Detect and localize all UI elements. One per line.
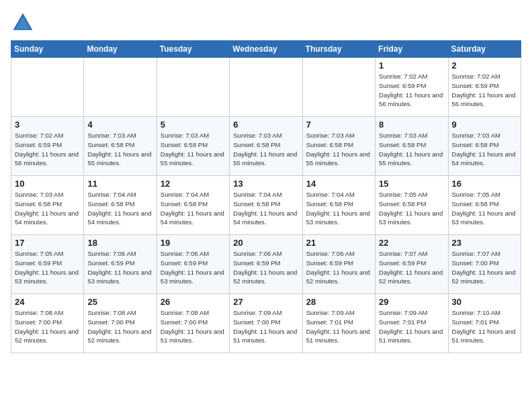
calendar-header: SundayMondayTuesdayWednesdayThursdayFrid… [11, 41, 521, 58]
day-info: Sunrise: 7:04 AMSunset: 6:58 PMDaylight:… [161, 190, 226, 227]
day-info: Sunrise: 7:08 AMSunset: 7:00 PMDaylight:… [87, 308, 152, 345]
calendar-cell: 22Sunrise: 7:07 AMSunset: 6:59 PMDayligh… [375, 235, 448, 294]
calendar-cell: 19Sunrise: 7:06 AMSunset: 6:59 PMDayligh… [157, 235, 229, 294]
day-info: Sunrise: 7:03 AMSunset: 6:58 PMDaylight:… [87, 131, 152, 168]
calendar-cell: 3Sunrise: 7:02 AMSunset: 6:59 PMDaylight… [11, 117, 84, 176]
calendar-cell: 1Sunrise: 7:02 AMSunset: 6:59 PMDaylight… [375, 58, 448, 117]
day-number: 13 [233, 179, 298, 189]
day-info: Sunrise: 7:03 AMSunset: 6:58 PMDaylight:… [379, 131, 444, 168]
day-number: 3 [15, 120, 80, 130]
calendar-cell: 6Sunrise: 7:03 AMSunset: 6:58 PMDaylight… [230, 117, 302, 176]
col-header-monday: Monday [84, 41, 157, 58]
calendar-cell: 12Sunrise: 7:04 AMSunset: 6:58 PMDayligh… [157, 176, 229, 235]
calendar-cell: 23Sunrise: 7:07 AMSunset: 7:00 PMDayligh… [448, 235, 521, 294]
day-number: 11 [87, 179, 152, 189]
day-number: 1 [379, 60, 444, 71]
day-number: 22 [379, 238, 444, 248]
day-number: 19 [161, 238, 226, 248]
calendar-cell: 20Sunrise: 7:06 AMSunset: 6:59 PMDayligh… [230, 235, 302, 294]
calendar-cell: 5Sunrise: 7:03 AMSunset: 6:58 PMDaylight… [157, 117, 229, 176]
day-number: 7 [306, 120, 371, 130]
calendar-cell [157, 58, 229, 117]
calendar-cell: 4Sunrise: 7:03 AMSunset: 6:58 PMDaylight… [84, 117, 157, 176]
day-number: 5 [161, 120, 226, 130]
calendar-cell: 9Sunrise: 7:03 AMSunset: 6:58 PMDaylight… [448, 117, 521, 176]
day-number: 28 [306, 297, 371, 307]
day-info: Sunrise: 7:05 AMSunset: 6:59 PMDaylight:… [15, 249, 80, 286]
day-number: 29 [379, 297, 444, 307]
calendar-cell [302, 58, 375, 117]
calendar-cell: 2Sunrise: 7:02 AMSunset: 6:59 PMDaylight… [448, 58, 521, 117]
col-header-wednesday: Wednesday [230, 41, 302, 58]
day-number: 26 [161, 297, 226, 307]
calendar-cell: 18Sunrise: 7:06 AMSunset: 6:59 PMDayligh… [84, 235, 157, 294]
calendar-cell: 27Sunrise: 7:09 AMSunset: 7:00 PMDayligh… [230, 294, 302, 353]
day-info: Sunrise: 7:02 AMSunset: 6:59 PMDaylight:… [379, 72, 444, 109]
day-number: 20 [233, 238, 298, 248]
calendar-cell: 28Sunrise: 7:09 AMSunset: 7:01 PMDayligh… [302, 294, 375, 353]
day-info: Sunrise: 7:08 AMSunset: 7:00 PMDaylight:… [161, 308, 226, 345]
day-number: 30 [452, 297, 517, 307]
day-info: Sunrise: 7:04 AMSunset: 6:58 PMDaylight:… [87, 190, 152, 227]
day-info: Sunrise: 7:09 AMSunset: 7:01 PMDaylight:… [379, 308, 444, 345]
calendar-table: SundayMondayTuesdayWednesdayThursdayFrid… [11, 40, 521, 353]
day-info: Sunrise: 7:05 AMSunset: 6:58 PMDaylight:… [379, 190, 444, 227]
day-number: 14 [306, 179, 371, 189]
day-info: Sunrise: 7:09 AMSunset: 7:01 PMDaylight:… [306, 308, 371, 345]
day-info: Sunrise: 7:07 AMSunset: 6:59 PMDaylight:… [379, 249, 444, 286]
day-number: 27 [233, 297, 298, 307]
calendar-cell: 13Sunrise: 7:04 AMSunset: 6:58 PMDayligh… [230, 176, 302, 235]
day-number: 17 [15, 238, 80, 248]
day-number: 6 [233, 120, 298, 130]
day-info: Sunrise: 7:03 AMSunset: 6:58 PMDaylight:… [452, 131, 517, 168]
day-info: Sunrise: 7:05 AMSunset: 6:58 PMDaylight:… [452, 190, 517, 227]
col-header-tuesday: Tuesday [157, 41, 229, 58]
day-info: Sunrise: 7:06 AMSunset: 6:59 PMDaylight:… [87, 249, 152, 286]
day-info: Sunrise: 7:06 AMSunset: 6:59 PMDaylight:… [306, 249, 371, 286]
col-header-saturday: Saturday [448, 41, 521, 58]
page-header [11, 11, 521, 35]
calendar-week-3: 10Sunrise: 7:03 AMSunset: 6:58 PMDayligh… [11, 176, 521, 235]
col-header-thursday: Thursday [302, 41, 375, 58]
calendar-cell: 25Sunrise: 7:08 AMSunset: 7:00 PMDayligh… [84, 294, 157, 353]
day-info: Sunrise: 7:02 AMSunset: 6:59 PMDaylight:… [452, 72, 517, 109]
day-info: Sunrise: 7:03 AMSunset: 6:58 PMDaylight:… [306, 131, 371, 168]
day-info: Sunrise: 7:09 AMSunset: 7:00 PMDaylight:… [233, 308, 298, 345]
col-header-sunday: Sunday [11, 41, 84, 58]
day-number: 21 [306, 238, 371, 248]
day-info: Sunrise: 7:04 AMSunset: 6:58 PMDaylight:… [233, 190, 298, 227]
day-number: 18 [87, 238, 152, 248]
day-info: Sunrise: 7:06 AMSunset: 6:59 PMDaylight:… [233, 249, 298, 286]
day-number: 16 [452, 179, 517, 189]
calendar-cell: 29Sunrise: 7:09 AMSunset: 7:01 PMDayligh… [375, 294, 448, 353]
calendar-cell [230, 58, 302, 117]
calendar-week-1: 1Sunrise: 7:02 AMSunset: 6:59 PMDaylight… [11, 58, 521, 117]
day-info: Sunrise: 7:08 AMSunset: 7:00 PMDaylight:… [15, 308, 80, 345]
day-info: Sunrise: 7:03 AMSunset: 6:58 PMDaylight:… [15, 190, 80, 227]
day-info: Sunrise: 7:06 AMSunset: 6:59 PMDaylight:… [161, 249, 226, 286]
col-header-friday: Friday [375, 41, 448, 58]
day-number: 25 [87, 297, 152, 307]
day-info: Sunrise: 7:10 AMSunset: 7:01 PMDaylight:… [452, 308, 517, 345]
day-info: Sunrise: 7:03 AMSunset: 6:58 PMDaylight:… [233, 131, 298, 168]
calendar-cell: 11Sunrise: 7:04 AMSunset: 6:58 PMDayligh… [84, 176, 157, 235]
calendar-cell: 10Sunrise: 7:03 AMSunset: 6:58 PMDayligh… [11, 176, 84, 235]
calendar-cell: 30Sunrise: 7:10 AMSunset: 7:01 PMDayligh… [448, 294, 521, 353]
calendar-cell: 14Sunrise: 7:04 AMSunset: 6:58 PMDayligh… [302, 176, 375, 235]
calendar-cell: 7Sunrise: 7:03 AMSunset: 6:58 PMDaylight… [302, 117, 375, 176]
day-number: 9 [452, 120, 517, 130]
calendar-week-5: 24Sunrise: 7:08 AMSunset: 7:00 PMDayligh… [11, 294, 521, 353]
day-number: 12 [161, 179, 226, 189]
day-number: 24 [15, 297, 80, 307]
calendar-cell: 24Sunrise: 7:08 AMSunset: 7:00 PMDayligh… [11, 294, 84, 353]
day-info: Sunrise: 7:04 AMSunset: 6:58 PMDaylight:… [306, 190, 371, 227]
calendar-cell: 15Sunrise: 7:05 AMSunset: 6:58 PMDayligh… [375, 176, 448, 235]
logo-icon [11, 11, 35, 35]
calendar-cell: 17Sunrise: 7:05 AMSunset: 6:59 PMDayligh… [11, 235, 84, 294]
day-info: Sunrise: 7:07 AMSunset: 7:00 PMDaylight:… [452, 249, 517, 286]
day-number: 2 [452, 60, 517, 71]
calendar-cell: 21Sunrise: 7:06 AMSunset: 6:59 PMDayligh… [302, 235, 375, 294]
calendar-cell [11, 58, 84, 117]
day-number: 23 [452, 238, 517, 248]
logo [11, 11, 38, 35]
